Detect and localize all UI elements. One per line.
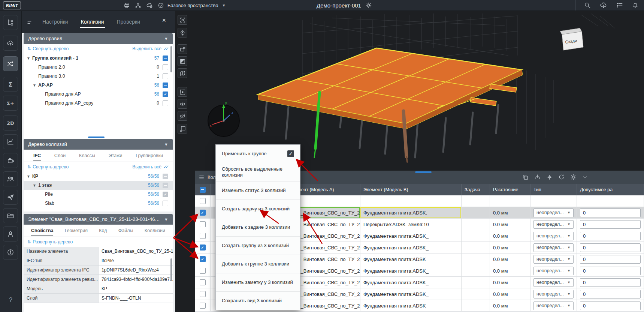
tree-row-checkbox[interactable] [163, 74, 168, 79]
tab-classes[interactable]: Классы [79, 150, 95, 161]
tree-row[interactable]: Pile56/56 [24, 190, 173, 199]
plugins-puzzle-icon[interactable] [3, 153, 18, 168]
tab-files[interactable]: Файлы [118, 225, 133, 236]
section-plane-icon[interactable] [178, 56, 187, 66]
tree-row-checkbox[interactable] [163, 82, 168, 88]
tree-row[interactable]: Правило для АР_copy0 [24, 99, 173, 108]
panel-menu-icon[interactable] [27, 18, 33, 25]
print-icon[interactable] [124, 2, 130, 9]
allowed-distance-input[interactable]: 0 [580, 290, 641, 298]
type-dropdown[interactable]: неопредел...▼ [533, 220, 574, 229]
menu-item-edit-note[interactable]: Изменить заметку у 3 коллизий [216, 273, 300, 292]
refresh-icon[interactable] [558, 174, 565, 180]
tree-row-checkbox[interactable] [163, 100, 168, 106]
focus-target-icon[interactable] [178, 28, 187, 38]
tree-row-checkbox[interactable] [163, 92, 168, 97]
profile-icon[interactable] [3, 226, 18, 242]
show-eye-icon[interactable] [178, 99, 187, 109]
rules-tree-header[interactable]: Дерево правил ▼ [24, 33, 173, 44]
select-all-link[interactable]: Выделить всё✓✓ [132, 164, 169, 170]
table-settings-gear-icon[interactable] [570, 174, 577, 180]
select-region-icon[interactable] [178, 87, 187, 97]
charts-icon[interactable] [3, 134, 18, 149]
sheets-icon[interactable] [178, 68, 187, 78]
menu-item-create-group[interactable]: Создать группу из 3 коллизий [216, 237, 300, 255]
tab-collisions2[interactable]: Коллизии [145, 225, 165, 236]
workspace-selector[interactable]: Базовое пространство ▼ [167, 0, 226, 10]
allowed-distance-input[interactable]: 0 [580, 243, 641, 252]
fit-width-icon[interactable] [546, 174, 553, 180]
row-checkbox[interactable] [200, 244, 206, 250]
collapse-chevron-icon[interactable]: ▼ [33, 183, 38, 188]
type-dropdown[interactable]: неопредел...▼ [533, 267, 574, 275]
tree-row-checkbox[interactable] [163, 192, 168, 197]
collisions-module-icon[interactable] [3, 56, 18, 71]
tree-row[interactable]: Slab56/56 [24, 199, 173, 208]
tab-collisions[interactable]: Коллизии [80, 15, 105, 28]
cloud-upload-icon[interactable] [3, 36, 18, 51]
collapse-chevron-icon[interactable]: ▼ [27, 174, 32, 178]
scrollbar-thumb[interactable] [170, 258, 172, 281]
row-checkbox[interactable] [200, 210, 206, 216]
allowed-distance-input[interactable]: 0 [580, 302, 641, 310]
menu-item-add-to-task[interactable]: Добавить к задаче 3 коллизии [216, 218, 300, 237]
clip-box-icon[interactable] [178, 44, 187, 54]
project-settings-gear-icon[interactable] [366, 2, 372, 8]
sum-add-icon[interactable]: Σ+ [3, 96, 18, 111]
column-header-allowed[interactable]: Допустимое ра [577, 184, 644, 195]
collapse-panel-chevron-icon[interactable] [582, 174, 588, 180]
team-hierarchy-icon[interactable] [135, 2, 141, 9]
tab-code[interactable]: Код [99, 225, 107, 236]
hide-eye-off-icon[interactable] [178, 111, 187, 121]
tree-row-checkbox[interactable] [163, 64, 168, 70]
select-all-checkbox[interactable] [200, 187, 206, 193]
orbit-navigation-ball[interactable]: x y z [208, 101, 239, 136]
type-dropdown[interactable]: неопредел...▼ [533, 232, 574, 240]
sum-icon[interactable]: Σ [3, 77, 18, 92]
tab-checks[interactable]: Проверки [116, 15, 141, 28]
tree-row-checkbox[interactable] [163, 174, 168, 179]
collapse-chevron-icon[interactable]: ▼ [27, 56, 32, 60]
collapse-chevron-icon[interactable]: ▼ [33, 83, 38, 87]
send-plane-icon[interactable] [3, 190, 18, 205]
row-checkbox[interactable] [200, 221, 206, 227]
search-icon[interactable] [584, 2, 591, 9]
tree-row-checkbox[interactable] [163, 183, 168, 188]
team-icon[interactable] [3, 171, 18, 186]
tab-geometry[interactable]: Геометрия [65, 225, 88, 236]
menu-item-create-task[interactable]: Создать задачу из 3 коллизий [216, 200, 300, 218]
panel-resize-handle[interactable] [88, 136, 105, 138]
allowed-distance-input[interactable]: 0 [580, 267, 641, 275]
slab-model[interactable] [258, 48, 523, 129]
panel-resize-handle[interactable] [415, 171, 432, 173]
menu-item-save-view[interactable]: Сохранить вид 3 коллизий [216, 292, 300, 310]
row-checkbox[interactable] [200, 279, 206, 285]
collapse-tree-link[interactable]: ⇅Свернуть дерево [27, 46, 69, 51]
type-dropdown[interactable]: неопредел...▼ [533, 255, 574, 264]
collapse-tree-link[interactable]: ⇅Свернуть дерево [27, 164, 69, 170]
tree-row[interactable]: Правило 2.00 [24, 63, 173, 72]
row-checkbox[interactable] [200, 268, 206, 274]
column-header-task[interactable]: Задача [462, 184, 490, 195]
duplicate-icon[interactable] [522, 174, 529, 180]
type-dropdown[interactable]: неопредел...▼ [533, 243, 574, 252]
tree-row[interactable]: ▼КР56/56 [24, 172, 173, 181]
column-header-type[interactable]: Тип [530, 184, 577, 195]
clear-selection-icon[interactable] [178, 124, 187, 134]
column-header-element-b[interactable]: Элемент (Модель B) [360, 184, 462, 195]
tree-row[interactable]: ▼АР-АР56 [24, 81, 173, 90]
model-tree-icon[interactable] [3, 15, 18, 30]
tree-row-checkbox[interactable] [163, 201, 168, 206]
menu-item-add-to-group[interactable]: Добавить к группе 3 коллизии [216, 255, 300, 273]
menu-item-reset-selected[interactable]: Сбросить все выделенные коллизии [216, 163, 300, 182]
tab-settings[interactable]: Настройки [42, 15, 69, 28]
tab-layers[interactable]: Слои [54, 150, 66, 161]
tab-groups[interactable]: Группировки [136, 150, 163, 161]
tree-row-checkbox[interactable] [163, 56, 168, 61]
allowed-distance-input[interactable]: 0 [580, 208, 641, 217]
element-section-header[interactable]: Элемент "Свая_Винтовая_СВС_по_ТУ_25-11-2… [24, 214, 173, 225]
row-checkbox[interactable] [200, 233, 206, 239]
check-circle-icon[interactable] [158, 2, 164, 9]
expand-tree-link[interactable]: ⇅Развернуть дерево [27, 239, 73, 244]
type-dropdown[interactable]: неопредел...▼ [533, 278, 574, 287]
